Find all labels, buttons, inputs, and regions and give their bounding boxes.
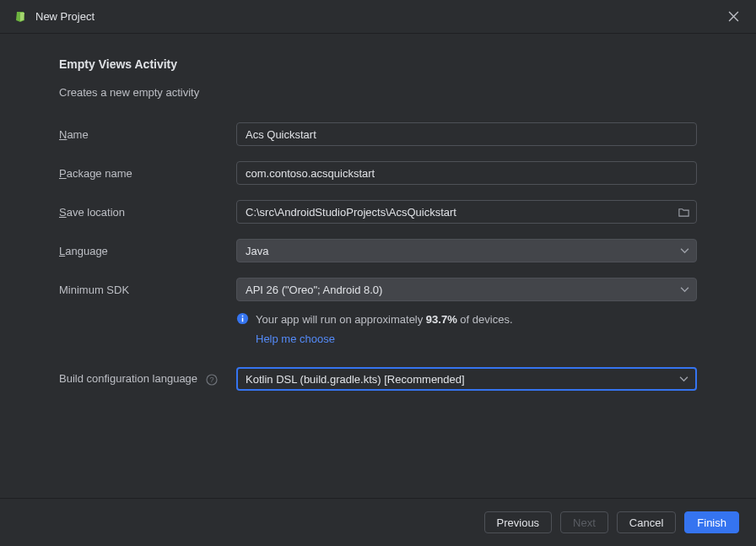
language-label: Language	[59, 245, 236, 257]
folder-icon	[678, 206, 690, 219]
svg-rect-1	[242, 318, 244, 322]
build-config-label: Build configuration language ?	[59, 372, 236, 386]
language-value: Java	[246, 245, 268, 257]
build-config-select[interactable]: Kotlin DSL (build.gradle.kts) [Recommend…	[236, 367, 697, 391]
content-area: Empty Views Activity Creates a new empty…	[0, 34, 756, 498]
min-sdk-value: API 26 ("Oreo"; Android 8.0)	[246, 284, 382, 296]
package-label: Package name	[59, 167, 236, 180]
min-sdk-select[interactable]: API 26 ("Oreo"; Android 8.0)	[236, 278, 697, 301]
page-title: Empty Views Activity	[59, 57, 697, 71]
next-button: Next	[560, 511, 608, 533]
name-input[interactable]	[236, 122, 697, 146]
save-location-label: Save location	[59, 206, 236, 219]
svg-rect-2	[242, 316, 244, 317]
package-input[interactable]	[236, 161, 697, 185]
name-row: Name	[59, 122, 697, 146]
chevron-down-icon	[680, 246, 689, 256]
close-icon	[728, 11, 739, 22]
sdk-info: Your app will run on approximately 93.7%…	[236, 311, 697, 347]
info-icon	[236, 312, 249, 327]
save-location-row: Save location	[59, 200, 697, 224]
titlebar: New Project	[0, 0, 756, 34]
help-me-choose-link[interactable]: Help me choose	[256, 331, 335, 348]
browse-folder-button[interactable]	[678, 206, 690, 219]
save-location-input[interactable]	[236, 200, 697, 224]
svg-text:?: ?	[209, 376, 213, 384]
package-row: Package name	[59, 161, 697, 185]
name-label: Name	[59, 128, 236, 141]
min-sdk-row: Minimum SDK API 26 ("Oreo"; Android 8.0)	[59, 278, 697, 301]
chevron-down-icon	[679, 375, 688, 384]
min-sdk-label: Minimum SDK	[59, 284, 236, 296]
footer: Previous Next Cancel Finish	[0, 498, 756, 546]
build-config-row: Build configuration language ? Kotlin DS…	[59, 367, 697, 391]
previous-button[interactable]: Previous	[484, 511, 553, 533]
android-studio-icon	[14, 10, 27, 24]
info-text: Your app will run on approximately 93.7%…	[256, 311, 513, 347]
titlebar-left: New Project	[14, 10, 94, 24]
language-row: Language Java	[59, 239, 697, 262]
finish-button[interactable]: Finish	[684, 511, 739, 533]
page-description: Creates a new empty activity	[59, 86, 697, 99]
cancel-button[interactable]: Cancel	[617, 511, 676, 533]
window-title: New Project	[35, 10, 94, 23]
chevron-down-icon	[680, 285, 689, 295]
close-button[interactable]	[725, 8, 742, 25]
help-icon[interactable]: ?	[206, 374, 218, 386]
language-select[interactable]: Java	[236, 239, 697, 262]
build-config-value: Kotlin DSL (build.gradle.kts) [Recommend…	[246, 373, 465, 386]
